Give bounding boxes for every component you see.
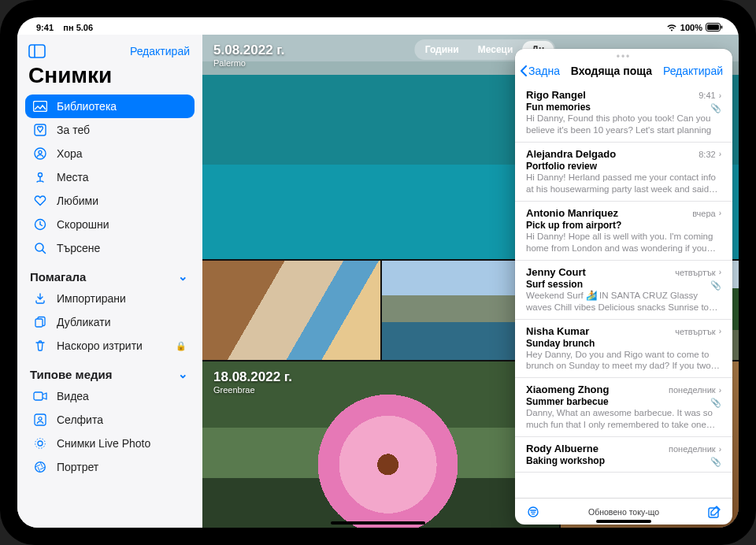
slideover-home-indicator[interactable] [596,520,651,523]
svg-point-17 [38,441,43,446]
mail-sender: Rody Albuerne [526,443,598,454]
pin-icon [33,171,47,184]
sidebar-item-label: Снимки Live Photo [57,437,150,450]
sidebar-section-utilities[interactable]: Помагала ⌄ [25,260,195,287]
sidebar-item-imported[interactable]: Импортирани [25,287,195,310]
mail-message[interactable]: Rigo Rangel9:41›Fun memoriesHi Danny, Fo… [515,83,732,143]
sidebar-item-favorites[interactable]: Любими [25,189,195,213]
sidebar-item-portrait[interactable]: Портрет [25,455,195,479]
chevron-down-icon: ⌄ [178,269,188,284]
import-icon [33,292,47,305]
mail-sender: Rigo Rangel [526,89,586,101]
mail-status: Обновено току-що [588,507,659,517]
svg-point-19 [35,462,46,473]
filter-button[interactable] [526,506,540,517]
sidebar-item-label: Наскоро изтрити [57,339,143,352]
sidebar-toggle-button[interactable] [28,44,46,58]
selfie-icon [33,413,47,426]
sidebar-item-label: Места [57,171,89,184]
sidebar-item-label: Библиотека [57,100,117,113]
mail-date: понеделник› [669,385,721,395]
photo-tile[interactable] [202,261,380,361]
mail-back-button[interactable]: Задна [520,65,560,77]
mail-date: вчера› [692,209,721,218]
mail-preview: Hi Danny! Herland passed me your contact… [526,172,721,195]
people-icon [33,147,47,160]
battery-icon [706,23,723,32]
sidebar-item-library[interactable]: Библиотека [25,95,195,118]
mail-sender: Jenny Court [526,266,586,278]
home-indicator[interactable] [331,521,425,525]
segment-years[interactable]: Години [416,41,469,58]
mail-subject: Summer barbecue [526,396,721,407]
mail-preview: Hi Danny! Hope all is well with you. I'm… [526,231,721,254]
mail-edit-button[interactable]: Редактирай [663,65,723,77]
mail-message[interactable]: Xiaomeng Zhongпонеделник›Summer barbecue… [515,378,732,437]
mail-sender: Alejandra Delgado [526,148,616,160]
sidebar-item-label: Любими [57,195,98,207]
sidebar-item-videos[interactable]: Видеа [25,384,195,408]
mail-date: 9:41› [699,91,721,100]
sidebar-item-recently-deleted[interactable]: Наскоро изтрити 🔒 [25,334,195,358]
screen: 9:41 пн 5.06 100% [17,17,739,528]
sidebar-item-livephotos[interactable]: Снимки Live Photo [25,432,195,455]
sidebar-item-people[interactable]: Хора [25,142,195,165]
svg-rect-5 [34,102,47,112]
duplicate-icon [33,316,47,328]
sidebar-item-search[interactable]: Търсене [25,236,195,260]
mail-message[interactable]: Jenny Courtчетвъртък›Surf sessionWeekend… [515,261,732,320]
mail-subject: Surf session [526,279,721,290]
segment-months[interactable]: Месеци [469,41,523,58]
sidebar-item-label: Импортирани [57,292,126,305]
sidebar-item-duplicates[interactable]: Дубликати [25,310,195,334]
sidebar-item-places[interactable]: Места [25,165,195,189]
status-left: 9:41 пн 5.06 [36,23,93,32]
svg-rect-6 [35,124,46,135]
mail-preview: Weekend Surf 🏄 IN SANTA CRUZ Glassy wave… [526,290,721,313]
photo-tile[interactable]: 18.08.2022 г. Greenbrae [202,361,559,528]
svg-rect-3 [29,45,45,57]
mail-date: 8:32› [699,150,721,159]
sidebar-item-foryou[interactable]: За теб [25,118,195,142]
sidebar-item-label: Търсене [57,242,100,254]
mail-message-list[interactable]: Rigo Rangel9:41›Fun memoriesHi Danny, Fo… [515,83,732,498]
date-overlay: 5.08.2022 г. Palermo [213,43,284,68]
sidebar-item-label: Дубликати [57,316,110,328]
sidebar-item-selfies[interactable]: Селфита [25,408,195,432]
svg-rect-14 [34,392,43,400]
lock-icon: 🔒 [176,341,187,351]
sidebar-item-label: Портрет [57,461,98,473]
clock-icon [33,218,47,231]
sidebar-item-label: Видеа [57,390,89,402]
svg-point-16 [39,417,42,421]
mail-message[interactable]: Nisha Kumarчетвъртък›Sunday brunchHey Da… [515,320,732,379]
mail-message[interactable]: Alejandra Delgado8:32›Portfolio reviewHi… [515,143,732,202]
sidebar-edit-button[interactable]: Редактирай [130,45,190,57]
slideover-grabber[interactable]: ••• [515,49,732,65]
attachment-icon: 📎 [710,398,721,408]
attachment-icon: 📎 [710,103,721,113]
mail-date: понеделник› [669,444,721,454]
mail-subject: Sunday brunch [526,338,721,349]
mail-sender: Xiaomeng Zhong [526,384,609,395]
compose-button[interactable] [707,505,721,519]
status-date: пн 5.06 [63,23,93,32]
sidebar-section-media[interactable]: Типове медия ⌄ [25,358,195,384]
mail-message[interactable]: Antonio Manriquezвчера›Pick up from airp… [515,202,732,261]
sidebar-item-label: За теб [57,124,90,136]
mail-subject: Baking workshop [526,455,721,466]
mail-title: Входяща поща [571,65,652,77]
status-right: 100% [666,23,723,32]
date-overlay: 18.08.2022 г. Greenbrae [213,369,292,395]
mail-subject: Fun memories [526,102,721,113]
mail-preview: Hi Danny, Found this photo you took! Can… [526,113,721,136]
sidebar-item-recents[interactable]: Скорошни [25,213,195,236]
svg-rect-13 [35,319,43,327]
mail-preview: Danny, What an awesome barbecue. It was … [526,407,721,431]
attachment-icon: 📎 [710,457,721,467]
video-icon [33,391,47,401]
heart-icon [33,195,47,206]
mail-sender: Nisha Kumar [526,325,589,337]
mail-message[interactable]: Rody Albuerneпонеделник›Baking workshop📎 [515,437,732,473]
mail-sender: Antonio Manriquez [526,207,618,219]
